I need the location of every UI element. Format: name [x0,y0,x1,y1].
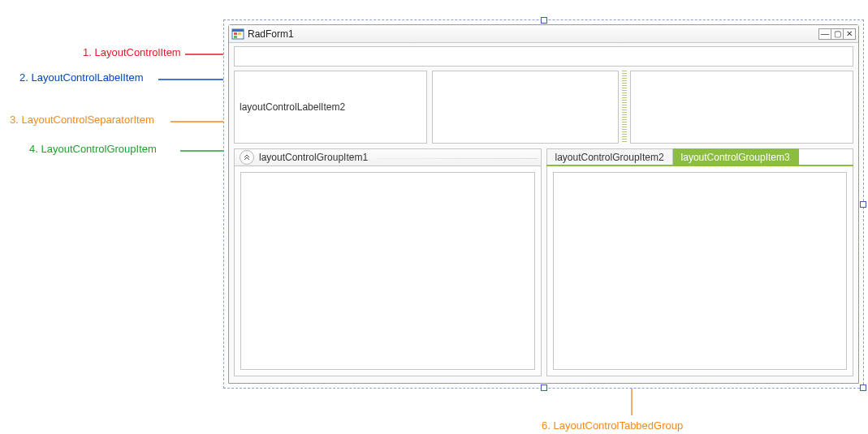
group-content[interactable] [240,172,535,370]
callout-6-label: LayoutControlTabbedGroup [553,419,683,432]
group-header[interactable]: layoutControlGroupItem1 [234,148,542,166]
layout-control-label-item[interactable]: layoutControlLabelItem2 [234,71,427,144]
window-buttons: — ▢ ✕ [819,28,856,40]
callout-2-num: 2. [19,71,28,84]
resize-handle[interactable] [541,385,547,391]
close-button[interactable]: ✕ [843,28,856,40]
callout-2-label: LayoutControlLabelItem [31,71,143,84]
resize-handle[interactable] [860,385,866,391]
layout-control-item[interactable] [234,46,853,67]
row-3: layoutControlGroupItem1 layoutControlGro… [234,148,853,376]
rad-form: RadForm1 — ▢ ✕ layoutControlLabelItem2 [228,24,859,384]
callout-6: 6. LayoutControlTabbedGroup [542,419,683,432]
svg-rect-14 [234,32,237,35]
arrow-2 [158,77,233,82]
callout-4: 4. LayoutControlGroupItem [29,143,157,155]
callout-1-num: 1. [83,46,92,58]
collapse-button[interactable] [240,150,254,165]
tab-strip: layoutControlGroupItem2 layoutControlGro… [546,148,854,166]
layout-control-group-item[interactable]: layoutControlGroupItem1 [234,148,542,376]
tab-group-item-3[interactable]: layoutControlGroupItem3 [673,148,799,165]
form-icon [231,28,244,41]
designer-surface[interactable]: RadForm1 — ▢ ✕ layoutControlLabelItem2 [223,19,864,389]
svg-rect-13 [232,29,244,32]
callout-4-num: 4. [29,143,38,155]
layout-panel-right[interactable] [630,71,853,144]
maximize-button[interactable]: ▢ [831,28,844,40]
maximize-icon: ▢ [834,30,841,38]
layout-control-tabbed-group[interactable]: layoutControlGroupItem2 layoutControlGro… [546,148,854,376]
tabbed-group-content[interactable] [553,172,848,370]
tab-group-item-2[interactable]: layoutControlGroupItem2 [546,148,673,165]
chevron-up-double-icon [244,154,250,161]
tab-label: layoutControlGroupItem2 [555,152,664,163]
callout-4-label: LayoutControlGroupItem [41,143,156,155]
form-client-area: layoutControlLabelItem2 [229,43,858,383]
minimize-button[interactable]: — [818,28,831,40]
callout-3-label: LayoutControlSeparatorItem [21,114,153,126]
titlebar[interactable]: RadForm1 — ▢ ✕ [229,25,858,43]
callout-1: 1. LayoutControlItem [83,46,181,58]
group-header-text: layoutControlGroupItem1 [259,152,368,163]
resize-handle[interactable] [860,201,866,208]
form-title: RadForm1 [248,28,819,40]
resize-handle[interactable] [541,17,547,24]
group-header-line [377,158,538,159]
callout-3: 3. LayoutControlSeparatorItem [10,114,154,126]
svg-rect-16 [234,36,237,38]
row-2: layoutControlLabelItem2 [234,71,853,144]
layout-control-splitter[interactable] [622,71,627,144]
layout-panel-middle[interactable] [432,71,619,144]
callout-6-num: 6. [542,419,551,432]
svg-rect-15 [238,32,241,35]
minimize-icon: — [821,30,829,38]
callout-1-label: LayoutControlItem [94,46,180,58]
tab-label: layoutControlGroupItem3 [681,152,790,163]
label-item-text: layoutControlLabelItem2 [240,101,345,113]
callout-3-num: 3. [10,114,19,126]
callout-2: 2. LayoutControlLabelItem [19,71,144,84]
close-icon: ✕ [846,30,853,38]
